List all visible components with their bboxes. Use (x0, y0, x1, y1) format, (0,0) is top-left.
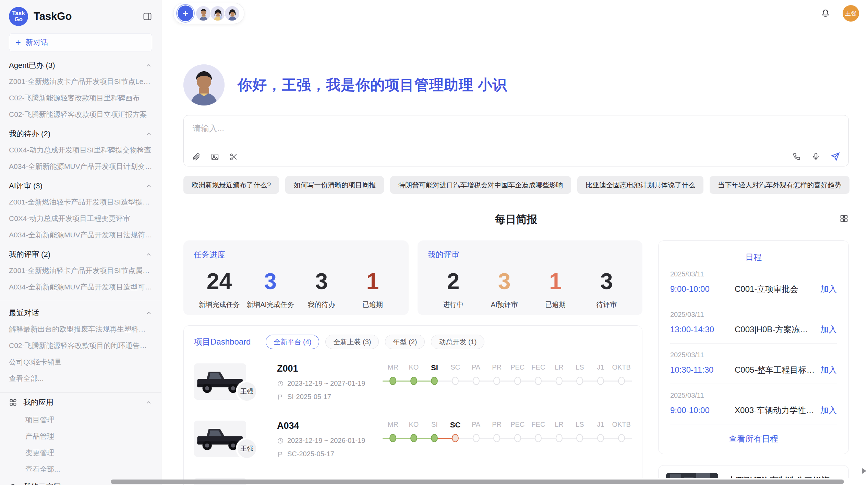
milestone-node (549, 434, 570, 443)
milestone-node (383, 434, 403, 443)
suggestion-chip[interactable]: 特朗普可能对进口汽车增税会对中国车企造成哪些影响 (390, 176, 571, 194)
suggestion-chip[interactable]: 欧洲新规最近颁布了什么? (183, 176, 279, 194)
sidebar-task-item[interactable]: Z001-全新燃油轻卡产品开发项目SI节点属性5D文件评审 (0, 262, 161, 279)
recent-item[interactable]: 公司Q3轻卡销量 (0, 354, 161, 370)
stat-label: 进行中 (428, 300, 479, 309)
sidebar-task-item[interactable]: A034-全新新能源MUV产品开发项目造型可行性评审 (0, 279, 161, 295)
milestone-node (507, 434, 528, 443)
sidebar-section-header[interactable]: 我的评审 (2) (0, 243, 161, 262)
attachment-icon[interactable] (192, 152, 201, 161)
milestone-node (590, 434, 611, 443)
dashboard-tab[interactable]: 年型 (2) (385, 335, 425, 349)
recent-item[interactable]: 解释最新出台的欧盟报废车法规再生塑料比例被调至15%... (0, 321, 161, 337)
stat-label: 新增完成任务 (194, 300, 245, 309)
image-icon[interactable] (210, 152, 219, 161)
topbar-right: 王强 (821, 5, 860, 22)
stat-value: 3 (479, 269, 530, 294)
milestone-dot (410, 377, 417, 385)
milestone-label: FEC (528, 363, 549, 372)
project-row[interactable]: 王强 Z001 2023-12-19 ~ 2027-01-19 SI-2025-… (194, 363, 632, 406)
sidebar-task-item[interactable]: A034-全新新能源MUV产品开发项目计划变更表编写 (0, 158, 161, 175)
sidebar-task-item[interactable]: C02-飞腾新能源轻客改款项目立项汇报方案 (0, 106, 161, 123)
join-link[interactable]: 加入 (820, 324, 837, 335)
sidebar-section-header[interactable]: AI评审 (3) (0, 175, 161, 194)
task-progress-stats: 24 新增完成任务 3 新增AI完成任务 (194, 269, 398, 309)
scroll-arrow-icon[interactable] (862, 468, 866, 474)
assistant-avatar (183, 64, 225, 105)
horizontal-scrollbar[interactable] (111, 480, 844, 484)
stat: 3 待评审 (581, 269, 632, 309)
milestone-node (569, 434, 590, 443)
sidebar-task-item[interactable]: C02-飞腾新能源轻客改款项目里程碑画布 (0, 90, 161, 106)
user-avatar[interactable]: 王强 (843, 5, 859, 22)
sidebar-task-item[interactable]: C0X4-动力总成开发项目工程变更评审 (0, 210, 161, 227)
project-dashboard-card: 项目Dashboard 全新平台 (4)全新上装 (3)年型 (2)动总开发 (… (183, 325, 642, 485)
milestone-node (528, 434, 549, 443)
project-row[interactable]: 王强 A034 2023-12-19 ~ 2026-01-19 SC-2025-… (194, 421, 632, 463)
sidebar-section: 我的评审 (2) Z001-全新燃油轻卡产品开发项目SI节点属性5D文件评审 A… (0, 243, 161, 295)
agent-avatar[interactable] (195, 5, 211, 21)
notification-bell-icon[interactable] (821, 9, 830, 18)
app-item[interactable]: 产品管理 (0, 428, 161, 445)
dashboard-tab[interactable]: 动总开发 (1) (431, 335, 484, 349)
add-agent-button[interactable] (178, 5, 193, 21)
view-all-schedule-link[interactable]: 查看所有日程 (670, 424, 837, 450)
new-chat-button[interactable]: + 新对话 (9, 34, 152, 51)
dashboard-tab[interactable]: 全新上装 (3) (325, 335, 379, 349)
schedule-date: 2025/03/11 (670, 391, 837, 399)
sidebar-task-item[interactable]: A034-全新新能源MUV产品开发项目法规符合性评审 (0, 227, 161, 243)
milestone-dots (383, 376, 632, 385)
chat-input[interactable]: 请输入... (183, 115, 849, 166)
right-column: 日程 2025/03/11 9:00-10:00 C001-立项审批会 加入 (658, 240, 849, 485)
suggestion-chip[interactable]: 如何写一份清晰的项目周报 (285, 176, 384, 194)
app-item[interactable]: 项目管理 (0, 412, 161, 428)
suggestion-chip[interactable]: 当下年轻人对汽车外观有怎样的喜好趋势 (710, 176, 849, 194)
recent-item[interactable]: 查看全部... (0, 370, 161, 387)
milestone-node (445, 376, 466, 385)
join-link[interactable]: 加入 (820, 284, 837, 295)
send-icon[interactable] (831, 152, 840, 161)
chat-input-placeholder: 请输入... (193, 123, 224, 134)
phone-icon[interactable] (792, 152, 801, 161)
schedule-item: 2025/03/11 9:00-10:00 C001-立项审批会 加入 (670, 263, 837, 303)
milestone-label: SC (445, 421, 466, 430)
schedule-row: 9:00-10:00 X003-车辆动力学性能验... 加入 (670, 405, 837, 416)
agent-avatar[interactable] (210, 5, 226, 21)
stat: 2 进行中 (428, 269, 479, 309)
suggestion-chip[interactable]: 比亚迪全固态电池计划具体说了什么 (577, 176, 703, 194)
divider (0, 301, 161, 301)
sidebar-task-item[interactable]: Z001-全新燃油皮卡产品开发项目SI节点Lesson Learn报告 (0, 73, 161, 90)
sidebar-item-my-apps[interactable]: 我的应用 (0, 393, 161, 412)
stat: 1 已逾期 (347, 269, 398, 309)
sidebar-task-item[interactable]: C0X4-动力总成开发项目SI里程碑提交物检查 (0, 142, 161, 158)
recent-item[interactable]: C02-飞腾新能源轻客改款项目的闭环通告反馈情况 (0, 337, 161, 354)
milestone-label: LS (569, 421, 590, 430)
stat-value: 3 (296, 269, 347, 294)
logo-line1: Task (12, 10, 25, 16)
sidebar-task-item[interactable]: Z001-全新燃油轻卡产品开发项目SI造型提交物评审 (0, 194, 161, 210)
project-date-range: 2023-12-19 ~ 2026-01-19 (287, 437, 365, 445)
sidebar-section-header[interactable]: 我的待办 (2) (0, 123, 161, 142)
milestone-label: MR (383, 421, 403, 430)
join-link[interactable]: 加入 (820, 405, 837, 416)
sidebar-collapse-icon[interactable] (143, 12, 152, 21)
dashboard-tab[interactable]: 全新平台 (4) (266, 335, 319, 349)
microphone-icon[interactable] (811, 152, 820, 161)
milestone-track: MRKOSISCPAPRPECFECLRLSJ1OKTB (383, 363, 632, 406)
stat-value: 2 (428, 269, 479, 294)
app-item[interactable]: 变更管理 (0, 445, 161, 461)
app-item[interactable]: 查看全部... (0, 461, 161, 477)
layout-grid-icon[interactable] (839, 214, 849, 223)
agent-avatar[interactable] (224, 5, 240, 21)
join-link[interactable]: 加入 (820, 364, 837, 375)
sidebar-section-recent[interactable]: 最近对话 (0, 302, 161, 321)
schedule-date: 2025/03/11 (670, 351, 837, 359)
sidebar-section-header[interactable]: Agent已办 (3) (0, 54, 161, 73)
scissors-icon[interactable] (229, 152, 238, 161)
milestone-dot (410, 434, 417, 442)
milestone-label: PR (486, 363, 507, 372)
chevron-up-icon (145, 310, 152, 316)
milestone-node (466, 376, 486, 385)
daily-brief-header: 每日简报 (183, 212, 849, 226)
schedule-time: 13:00-14:30 (670, 325, 735, 334)
